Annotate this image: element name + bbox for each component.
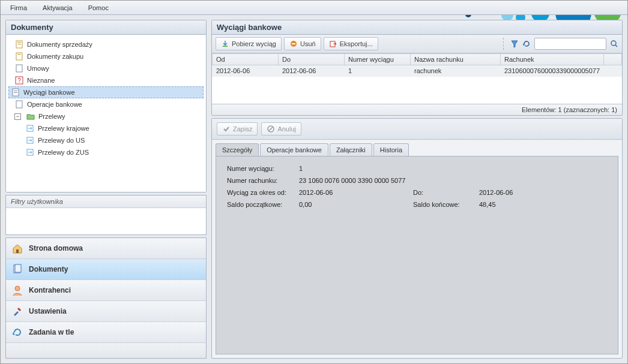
tree-item-label: Dokumenty zakupu [27, 53, 83, 60]
doc-icon [14, 64, 24, 73]
download-icon [221, 40, 229, 48]
tree-item-transfers-domestic[interactable]: Przelewy krajowe [8, 122, 204, 134]
nav-filler [6, 342, 206, 358]
button-label: Usuń [300, 40, 316, 47]
nav-label: Zadania w tle [29, 328, 74, 336]
label-saldo-pocz: Saldo początkowe: [227, 201, 299, 208]
statements-grid[interactable]: Od Do Numer wyciągu Nazwa rachunku Rachu… [212, 53, 622, 104]
svg-rect-3 [16, 53, 22, 60]
user-filters-title: Filtry użytkownika [6, 195, 206, 208]
doc-icon [14, 40, 24, 49]
transfer-icon [25, 124, 35, 133]
bank-op-icon [14, 100, 24, 109]
svg-rect-5 [16, 65, 22, 72]
tree-item-transfers-zus[interactable]: Przelewy do ZUS [8, 146, 204, 158]
tab-attachments[interactable]: Załączniki [330, 143, 372, 156]
detail-body: Numer wyciągu: 1 Numer rachunku: 23 1060… [216, 156, 618, 354]
svg-point-23 [611, 41, 616, 46]
funnel-icon[interactable] [510, 40, 519, 48]
tree-item-transfers-us[interactable]: Przelewy do US [8, 134, 204, 146]
statements-toolbar: Pobierz wyciąg Usuń Eksportuj... [212, 35, 622, 53]
delete-button[interactable]: Usuń [284, 37, 321, 50]
bank-statement-icon [11, 88, 20, 97]
col-rachunek[interactable]: Rachunek [501, 54, 604, 65]
col-nazwa[interactable]: Nazwa rachunku [411, 54, 501, 65]
search-icon[interactable] [610, 40, 618, 48]
menubar: Firma Aktywacja Pomoc [1, 1, 627, 15]
nav-label: Strona domowa [29, 244, 83, 252]
col-spacer [604, 54, 622, 65]
tree-item-unknown[interactable]: ? Nieznane [8, 74, 204, 86]
transfer-icon [25, 136, 35, 145]
refresh-icon[interactable] [522, 40, 531, 48]
menu-aktywacja[interactable]: Aktywacja [37, 2, 79, 13]
question-icon: ? [14, 76, 24, 85]
svg-rect-1 [17, 42, 21, 43]
folder-icon [26, 112, 35, 121]
label-saldo-konc: Saldo końcowe: [413, 201, 479, 208]
save-button[interactable]: Zapisz [217, 122, 258, 136]
nav-contractors[interactable]: Kontrahenci [6, 279, 206, 300]
nav-background-tasks[interactable]: Zadania w tle [6, 321, 206, 342]
tree-item-label: Wyciągi bankowe [23, 89, 75, 96]
label-numer-rachunku: Numer rachunku: [227, 177, 299, 184]
nav-stack: Strona domowa Dokumenty Kontrahenci Usta… [5, 237, 207, 359]
tree-item-contracts[interactable]: Umowy [8, 62, 204, 74]
nav-documents[interactable]: Dokumenty [6, 258, 206, 279]
check-icon [222, 125, 231, 133]
left-column: Dokumenty Dokumenty sprzedaży Dokumenty … [5, 20, 207, 359]
tab-details[interactable]: Szczegóły [216, 143, 259, 156]
export-icon [329, 40, 337, 48]
workspace: Dokumenty Dokumenty sprzedaży Dokumenty … [5, 20, 623, 359]
tree-item-label: Przelewy do ZUS [38, 149, 89, 156]
search-input[interactable] [534, 38, 606, 50]
tab-bank-ops[interactable]: Operacje bankowe [260, 143, 328, 156]
expander-icon[interactable]: − [14, 113, 21, 120]
user-filters-body [6, 208, 206, 234]
col-numer[interactable]: Numer wyciągu [345, 54, 411, 65]
svg-rect-15 [16, 249, 19, 253]
svg-rect-11 [16, 101, 22, 108]
export-button[interactable]: Eksportuj... [324, 37, 378, 50]
detail-panel: Zapisz Anuluj Szczegóły Operacje bankowe… [211, 118, 623, 359]
tree-item-label: Dokumenty sprzedaży [27, 41, 92, 48]
cell-do: 2012-06-06 [279, 65, 345, 77]
transfer-icon [25, 148, 35, 157]
doc-icon [14, 52, 24, 61]
cancel-button[interactable]: Anuluj [261, 122, 301, 136]
person-icon [11, 284, 24, 297]
menu-firma[interactable]: Firma [4, 2, 33, 13]
svg-rect-4 [17, 54, 21, 55]
table-row[interactable]: 2012-06-06 2012-06-06 1 rachunek 2310600… [213, 65, 622, 77]
tree-item-transfers[interactable]: − Przelewy [8, 110, 204, 122]
value-numer-rachunku: 23 1060 0076 0000 3390 0000 5077 [299, 177, 551, 184]
tree-item-bank-statements[interactable]: Wyciągi bankowe [8, 86, 204, 98]
grid-status: Elementów: 1 (zaznaczonych: 1) [212, 104, 622, 115]
tab-history[interactable]: Historia [373, 143, 409, 156]
home-icon [11, 242, 24, 255]
nav-home[interactable]: Strona domowa [6, 238, 206, 258]
download-button[interactable]: Pobierz wyciąg [216, 37, 282, 50]
tree-item-sale-docs[interactable]: Dokumenty sprzedaży [8, 38, 204, 50]
menu-pomoc[interactable]: Pomoc [82, 2, 115, 13]
tree-item-label: Przelewy [38, 113, 65, 120]
cell-rach: 23106000760000339000005077 [501, 65, 604, 77]
col-do[interactable]: Do [279, 54, 345, 65]
svg-rect-2 [17, 44, 21, 44]
button-label: Zapisz [233, 125, 252, 133]
detail-tabs: Szczegóły Operacje bankowe Załączniki Hi… [212, 140, 622, 156]
tree-item-label: Przelewy krajowe [38, 125, 89, 132]
docs-icon [11, 263, 24, 276]
cell-nazwa: rachunek [411, 65, 501, 77]
minus-icon [289, 40, 298, 48]
nav-settings[interactable]: Ustawienia [6, 300, 206, 321]
button-label: Pobierz wyciąg [232, 40, 276, 47]
label-do: Do: [413, 189, 479, 196]
tree-item-label: Przelewy do US [38, 137, 85, 144]
tree-item-bank-ops[interactable]: Operacje bankowe [8, 98, 204, 110]
app-window: Firma Aktywacja Pomoc Dokumenty Dokument… [0, 0, 628, 364]
svg-text:?: ? [17, 77, 21, 84]
tree-item-label: Nieznane [27, 77, 55, 84]
tree-item-buy-docs[interactable]: Dokumenty zakupu [8, 50, 204, 62]
col-od[interactable]: Od [213, 54, 279, 65]
